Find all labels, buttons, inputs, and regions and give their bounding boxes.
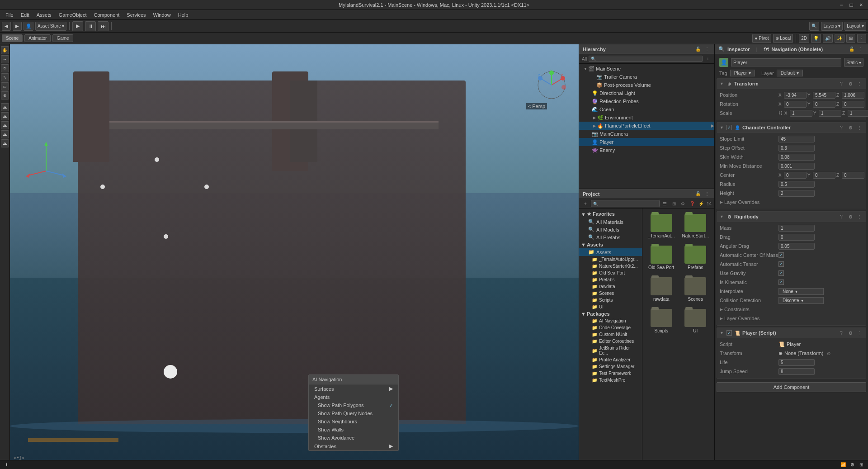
scale-y-input[interactable] xyxy=(819,110,841,117)
ps-more-icon[interactable]: ⋮ xyxy=(856,329,863,336)
character-controller-header[interactable]: ▼ ✓ 👤 Character Controller ? ⚙ ⋮ xyxy=(717,123,866,133)
project-add-button[interactable]: + xyxy=(582,200,589,207)
menu-help[interactable]: Help xyxy=(175,11,192,19)
hierarchy-item-environment[interactable]: ▶ 🌿 Environment xyxy=(579,114,714,122)
asset-prefabs[interactable]: Prefabs xyxy=(680,244,711,272)
asset-scenes[interactable]: Scenes xyxy=(680,275,711,303)
sidebar-packages-section[interactable]: ▼ Packages xyxy=(579,310,642,317)
gizmos-button[interactable]: ⊞ xyxy=(846,34,855,43)
asset-store-button[interactable]: Asset Store ▾ xyxy=(35,22,66,31)
2d-button[interactable]: 2D xyxy=(799,34,809,43)
asset-scripts[interactable]: Scripts xyxy=(646,307,677,335)
show-path-query-nodes-item[interactable]: Show Path Query Nodes xyxy=(309,409,398,417)
menu-gameobject[interactable]: GameObject xyxy=(55,11,90,19)
transform-settings-icon[interactable]: ⚙ xyxy=(847,80,854,87)
is-kinematic-check[interactable]: ✓ xyxy=(778,280,784,285)
scale-tool[interactable]: ⤡ xyxy=(1,73,9,81)
maximize-button[interactable]: □ xyxy=(848,2,854,8)
audio-button[interactable]: 🔊 xyxy=(823,34,833,43)
ps-settings-icon[interactable]: ⚙ xyxy=(847,329,854,336)
collision-detection-dropdown[interactable]: Discrete ▾ xyxy=(778,297,824,304)
jump-speed-input[interactable] xyxy=(778,368,815,375)
light-button[interactable]: 💡 xyxy=(811,34,821,43)
local-button[interactable]: ⊕ Local xyxy=(773,34,793,43)
rb-more-icon[interactable]: ⋮ xyxy=(856,213,863,220)
asset-terrain-auto[interactable]: _TerrainAut... xyxy=(646,212,677,240)
transform-info-icon[interactable]: ? xyxy=(838,80,845,87)
position-x-input[interactable] xyxy=(784,92,807,99)
menu-component[interactable]: Component xyxy=(90,11,123,19)
center-y-input[interactable] xyxy=(813,172,835,179)
layer-dropdown[interactable]: Default ▾ xyxy=(777,70,803,76)
minimize-button[interactable]: − xyxy=(838,2,844,8)
hierarchy-item-directionallight[interactable]: 💡 Directional Light xyxy=(579,89,714,97)
tag-dropdown[interactable]: Player ▾ xyxy=(730,70,755,76)
sidebar-rawdata[interactable]: 📁 rawdata xyxy=(579,283,642,290)
cc-settings-icon[interactable]: ⚙ xyxy=(847,124,854,131)
sidebar-prefabs[interactable]: 📁 Prefabs xyxy=(579,276,642,283)
hierarchy-search[interactable]: 🔍 xyxy=(589,56,703,62)
sidebar-all-materials[interactable]: 🔍 All Materials xyxy=(579,218,642,226)
sidebar-ai-navigation[interactable]: 📁 AI Navigation xyxy=(579,317,642,324)
nav-agents-item[interactable]: Agents xyxy=(309,393,398,401)
step-offset-input[interactable] xyxy=(778,145,815,152)
sidebar-all-models[interactable]: 🔍 All Models xyxy=(579,226,642,233)
hierarchy-item-ocean[interactable]: 🌊 Ocean xyxy=(579,105,714,114)
hierarchy-item-enemy[interactable]: 👾 Enemy xyxy=(579,146,714,154)
tab-animator[interactable]: Animator xyxy=(24,34,51,42)
skin-width-input[interactable] xyxy=(778,154,815,161)
life-input[interactable] xyxy=(778,359,815,366)
menu-assets[interactable]: Assets xyxy=(33,11,55,19)
transform-header[interactable]: ▼ ⊕ Transform ? ⚙ ⋮ xyxy=(717,79,866,89)
ps-enabled-checkbox[interactable]: ✓ xyxy=(726,330,732,336)
nav-surfaces-item[interactable]: Surfaces ▶ xyxy=(309,384,398,393)
play-button[interactable]: ▶ xyxy=(72,21,83,31)
nav-obstacles-item[interactable]: Obstacles ▶ xyxy=(309,442,398,450)
layers-button[interactable]: Layers ▾ xyxy=(821,22,843,31)
project-icon4[interactable]: ❓ xyxy=(689,200,696,207)
layout-button[interactable]: Layout ▾ xyxy=(844,22,866,31)
rect-tool[interactable]: ▭ xyxy=(1,82,9,90)
static-button[interactable]: Static ▾ xyxy=(844,58,863,67)
rotate-tool[interactable]: ↻ xyxy=(1,64,9,72)
angular-drag-input[interactable] xyxy=(778,243,815,250)
drag-input[interactable] xyxy=(778,234,815,241)
hierarchy-add-button[interactable]: + xyxy=(704,55,712,62)
center-z-input[interactable] xyxy=(842,172,864,179)
mass-input[interactable] xyxy=(778,225,815,232)
transform-more-icon[interactable]: ⋮ xyxy=(856,80,863,87)
hierarchy-item-mainscene[interactable]: ▼ 🎬 MainScene xyxy=(579,65,714,73)
sidebar-code-coverage[interactable]: 📁 Code Coverage xyxy=(579,324,642,331)
menu-file[interactable]: File xyxy=(2,11,17,19)
project-icon1[interactable]: ☰ xyxy=(661,200,669,207)
position-y-input[interactable] xyxy=(813,92,835,99)
asset-nature-starter[interactable]: NatureStart... xyxy=(680,212,711,240)
sidebar-custom-nunit[interactable]: 📁 Custom NUnit xyxy=(579,331,642,338)
sidebar-old-sea-port[interactable]: 📁 Old Sea Port xyxy=(579,270,642,276)
back-button[interactable]: ◀ xyxy=(2,22,11,31)
show-neighbours-item[interactable]: Show Neighbours xyxy=(309,417,398,426)
project-more-icon[interactable]: ⋮ xyxy=(703,190,711,198)
search-button[interactable]: 🔍 xyxy=(809,22,819,31)
sidebar-favorites-section[interactable]: ▼ ★ Favorites xyxy=(579,210,642,218)
terrain-tool-4[interactable]: ⛰ xyxy=(1,130,9,138)
project-lock-icon[interactable]: 🔓 xyxy=(694,190,702,198)
pause-button[interactable]: ⏸ xyxy=(85,21,96,31)
position-z-input[interactable] xyxy=(842,92,864,99)
terrain-tool-5[interactable]: ⛰ xyxy=(1,139,9,147)
cc-checkbox[interactable]: ✓ xyxy=(726,125,732,130)
menu-window[interactable]: Window xyxy=(150,11,175,19)
auto-center-mass-check[interactable]: ✓ xyxy=(778,252,784,258)
project-icon2[interactable]: ⊞ xyxy=(670,200,678,207)
more-button[interactable]: ⋮ xyxy=(857,34,866,43)
asset-rawdata[interactable]: rawdata xyxy=(646,275,677,303)
min-move-distance-input[interactable] xyxy=(778,163,815,170)
forward-button[interactable]: ▶ xyxy=(13,22,22,31)
scale-z-input[interactable] xyxy=(848,110,868,117)
cc-more-icon[interactable]: ⋮ xyxy=(856,124,863,131)
sidebar-assets-section[interactable]: ▼ Assets xyxy=(579,241,642,248)
hierarchy-item-maincamera[interactable]: 📷 MainCamera xyxy=(579,130,714,138)
sidebar-ui[interactable]: 📁 UI xyxy=(579,303,642,310)
menu-edit[interactable]: Edit xyxy=(17,11,33,19)
show-path-polygons-item[interactable]: Show Path Polygons ✓ xyxy=(309,401,398,409)
